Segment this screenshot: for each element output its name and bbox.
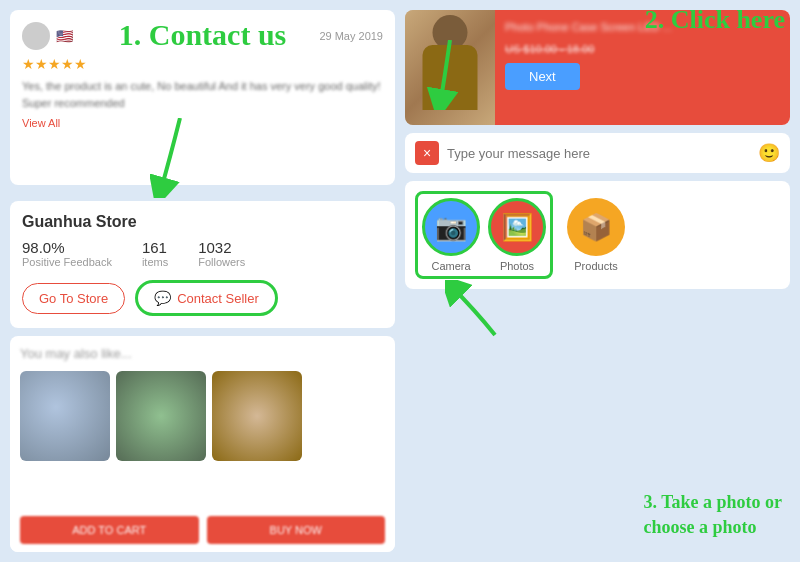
user-flag: 🇺🇸 xyxy=(22,22,73,50)
store-stats: 98.0% Positive Feedback 161 items 1032 F… xyxy=(22,239,383,268)
photos-label: Photos xyxy=(500,260,534,272)
camera-button[interactable]: 📷 xyxy=(422,198,480,256)
camera-photos-group: 📷 Camera 🖼️ Photos xyxy=(415,191,553,279)
avatar xyxy=(22,22,50,50)
products-label: Products xyxy=(574,260,617,272)
main-container: 🇺🇸 29 May 2019 ★★★★★ Yes, the product is… xyxy=(0,0,800,562)
star-rating: ★★★★★ xyxy=(22,56,383,72)
products-button[interactable]: 📦 xyxy=(567,198,625,256)
buy-now-button[interactable]: BUY NOW xyxy=(207,516,386,544)
store-card: Guanhua Store 98.0% Positive Feedback 16… xyxy=(10,201,395,328)
recommendations-card: You may also like... ADD TO CART BUY NOW xyxy=(10,336,395,552)
camera-item: 📷 Camera xyxy=(422,198,480,272)
positive-feedback-value: 98.0% xyxy=(22,239,112,256)
contact-seller-button[interactable]: 💬 Contact Seller xyxy=(135,280,278,316)
review-text: Yes, the product is an cute, No beautifu… xyxy=(22,78,383,111)
review-header: 🇺🇸 29 May 2019 xyxy=(22,22,383,50)
items-stat: 161 items xyxy=(142,239,168,268)
add-to-cart-button[interactable]: ADD TO CART xyxy=(20,516,199,544)
emoji-button[interactable]: 🙂 xyxy=(758,142,780,164)
items-label: items xyxy=(142,256,168,268)
view-all-button[interactable]: View All xyxy=(22,117,60,129)
camera-icon: 📷 xyxy=(435,212,467,243)
chat-icon: 💬 xyxy=(154,290,171,306)
take-photo-annotation: 3. Take a photo or choose a photo xyxy=(643,490,782,540)
contact-seller-label: Contact Seller xyxy=(177,291,259,306)
rec-image-3 xyxy=(212,371,302,461)
rec-images xyxy=(10,371,395,471)
product-price-area: US $10.00 - 18.00 xyxy=(505,43,780,55)
store-buttons: Go To Store 💬 Contact Seller xyxy=(22,280,383,316)
message-input-card: × 🙂 xyxy=(405,133,790,173)
items-value: 161 xyxy=(142,239,168,256)
rec-title: You may also like... xyxy=(10,336,395,371)
followers-value: 1032 xyxy=(198,239,245,256)
rec-image-1 xyxy=(20,371,110,461)
store-name: Guanhua Store xyxy=(22,213,383,231)
review-date: 29 May 2019 xyxy=(319,30,383,42)
product-info-area: Photo Phone Case Screen LED ... US $10.0… xyxy=(495,10,790,125)
product-image-area xyxy=(405,10,495,125)
positive-feedback-stat: 98.0% Positive Feedback xyxy=(22,239,112,268)
camera-label: Camera xyxy=(431,260,470,272)
next-button[interactable]: Next xyxy=(505,63,580,90)
photos-icon: 🖼️ xyxy=(501,212,533,243)
product-preview-card: Photo Phone Case Screen LED ... US $10.0… xyxy=(405,10,790,125)
media-picker-card: 📷 Camera 🖼️ Photos 📦 Products xyxy=(405,181,790,289)
flag-icon: 🇺🇸 xyxy=(56,28,73,44)
arrow-1-svg xyxy=(150,118,210,198)
photos-item: 🖼️ Photos xyxy=(488,198,546,272)
price-original: US $10.00 - 18.00 xyxy=(505,43,594,55)
products-icon: 📦 xyxy=(580,212,612,243)
followers-stat: 1032 Followers xyxy=(198,239,245,268)
rec-footer: ADD TO CART BUY NOW xyxy=(10,508,395,552)
left-panel: 🇺🇸 29 May 2019 ★★★★★ Yes, the product is… xyxy=(10,10,395,552)
message-input[interactable] xyxy=(447,146,750,161)
product-title: Photo Phone Case Screen LED ... xyxy=(505,20,780,35)
right-panel: Photo Phone Case Screen LED ... US $10.0… xyxy=(405,10,790,552)
close-button[interactable]: × xyxy=(415,141,439,165)
photos-button[interactable]: 🖼️ xyxy=(488,198,546,256)
rec-image-2 xyxy=(116,371,206,461)
go-to-store-button[interactable]: Go To Store xyxy=(22,283,125,314)
arrow-3-svg xyxy=(445,280,505,340)
followers-label: Followers xyxy=(198,256,245,268)
positive-feedback-label: Positive Feedback xyxy=(22,256,112,268)
products-item: 📦 Products xyxy=(567,198,625,272)
product-image xyxy=(405,10,495,125)
